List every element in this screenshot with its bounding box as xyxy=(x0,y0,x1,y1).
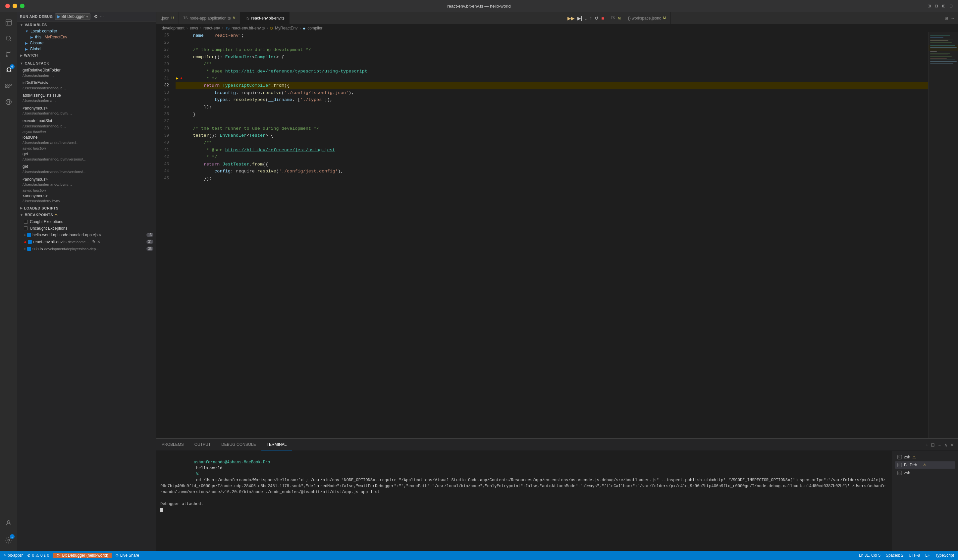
cs-item-1[interactable]: isDistDirExists /Users/ashanfernando/.b… xyxy=(17,79,156,92)
bc-development[interactable]: development xyxy=(162,26,184,30)
status-encoding[interactable]: UTF-8 xyxy=(909,553,920,558)
status-errors[interactable]: ⊗ 0 ⚠ 0 ℹ 0 xyxy=(27,553,49,558)
code-content[interactable]: name = 'react-env'; /* the compiler to u… xyxy=(173,32,928,438)
uncaught-exceptions-checkbox[interactable] xyxy=(24,226,28,230)
close-icon[interactable]: ✕ xyxy=(97,240,100,244)
panel-layout-icon[interactable]: ⊟ xyxy=(935,4,938,8)
split-editor-right-icon[interactable]: ⊞ xyxy=(945,16,948,21)
loaded-scripts-header[interactable]: ▶ LOADED SCRIPTS xyxy=(17,205,156,212)
code-line-34: types: resolveTypes(__dirname, ['./types… xyxy=(176,96,928,104)
svg-rect-18 xyxy=(930,44,947,44)
split-terminal-icon[interactable]: ⊟ xyxy=(931,442,935,448)
status-live-share[interactable]: ⟳ Live Share xyxy=(116,553,139,558)
continue-icon[interactable]: ▶| xyxy=(577,16,582,21)
closure-item[interactable]: ▶ Closure xyxy=(17,40,156,46)
layout-icon[interactable]: ⊡ xyxy=(949,4,953,8)
bc-method[interactable]: compiler xyxy=(308,26,322,30)
watch-section: ▶ WATCH xyxy=(17,52,156,60)
status-position[interactable]: Ln 31, Col 5 xyxy=(859,553,880,558)
minimize-button[interactable] xyxy=(13,4,17,8)
chevron-down-icon[interactable]: ▾ xyxy=(86,14,88,19)
split-editor-icon[interactable]: ⊞ xyxy=(928,4,931,8)
status-debug-item[interactable]: ⚙ Bit Debugger (hello-world) xyxy=(53,553,111,558)
cs-item-5[interactable]: loadOne /Users/ashanfernando/.bvm/versi… xyxy=(17,134,156,146)
status-eol[interactable]: LF xyxy=(925,553,930,558)
bc-react-env[interactable]: react-env xyxy=(203,26,220,30)
uncaught-exceptions-item[interactable]: Uncaught Exceptions xyxy=(17,225,156,232)
activity-item-account[interactable] xyxy=(1,515,17,531)
step-out-icon[interactable]: ↑ xyxy=(590,16,592,21)
cs-item-6[interactable]: get /Users/ashanfernando/.bvm/versions/… xyxy=(17,150,156,163)
bp-file-2-checkbox[interactable] xyxy=(27,247,31,251)
more-actions-icon[interactable]: ··· xyxy=(100,14,104,19)
maximize-button[interactable] xyxy=(20,4,24,8)
settings-gear-icon[interactable]: ⚙ xyxy=(94,14,98,19)
bp-file-2[interactable]: ● ssh.ts development/deployers/ssh-dep… … xyxy=(17,245,156,252)
activity-item-debug[interactable]: 6 xyxy=(1,62,17,78)
error-count: 0 xyxy=(32,553,34,558)
edit-icon[interactable]: ✎ xyxy=(92,239,96,244)
terminal-session-bit-debug[interactable]: Bit Deb… ⚠ xyxy=(895,461,955,469)
cs-item-7[interactable]: get /Users/ashanfernando/.bvm/versions/… xyxy=(17,163,156,176)
tab-debug-console[interactable]: DEBUG CONSOLE xyxy=(216,439,262,451)
breakpoints-header[interactable]: ▼ BREAKPOINTS ⚠ xyxy=(17,212,156,218)
debugger-select[interactable]: ▶ Bit Debugger ▾ xyxy=(55,13,90,20)
variables-header[interactable]: ▼ VARIABLES xyxy=(17,22,156,28)
status-branch[interactable]: ⑂ bit-apps* xyxy=(4,553,23,558)
bc-envs[interactable]: envs xyxy=(190,26,198,30)
caught-exceptions-checkbox[interactable] xyxy=(24,220,28,224)
terminal-session-zsh-1[interactable]: zsh ⚠ xyxy=(895,453,955,461)
bp-file-0[interactable]: ● hello-world-api.node-bundled-app.cjs a… xyxy=(17,232,156,238)
terminal-session-zsh-2[interactable]: zsh xyxy=(895,469,955,476)
activity-item-extensions[interactable] xyxy=(1,78,17,94)
terminal-main[interactable]: ashanfernando@Ashans-MacBook-Pro hello-w… xyxy=(156,451,892,551)
cs-item-3[interactable]: <anonymous> /Users/ashanfernando/.bvm/… xyxy=(17,104,156,117)
bp-file-0-checkbox[interactable] xyxy=(27,233,31,237)
tab-output[interactable]: OUTPUT xyxy=(189,439,216,451)
watch-header[interactable]: ▶ WATCH xyxy=(17,52,156,59)
activity-item-source-control[interactable] xyxy=(1,46,17,62)
caught-exceptions-item[interactable]: Caught Exceptions xyxy=(17,218,156,225)
call-stack-header[interactable]: ▼ CALL STACK xyxy=(17,60,156,66)
tab-json[interactable]: .json U xyxy=(156,12,179,24)
activity-item-remote[interactable] xyxy=(1,94,17,110)
bp-file-1[interactable]: ● react-env.bit-env.ts developme… ✎ ✕ 31 xyxy=(17,238,156,245)
activity-item-search[interactable] xyxy=(1,30,17,46)
closure-label: Closure xyxy=(30,41,43,45)
stop-icon[interactable]: ■ xyxy=(601,16,604,21)
cs-item-2[interactable]: addMissingDistsIssue /Users/ashanferna… xyxy=(17,92,156,104)
step-into-icon[interactable]: ↓ xyxy=(585,16,587,21)
more-tabs-icon[interactable]: ··· xyxy=(951,16,954,21)
close-panel-icon[interactable]: ✕ xyxy=(950,442,954,448)
bp-file-1-checkbox[interactable] xyxy=(28,240,32,244)
new-terminal-icon[interactable]: + xyxy=(926,442,928,448)
cs-item-4[interactable]: executeLoadSlot /Users/ashanfernando/.b… xyxy=(17,117,156,130)
global-item[interactable]: ▶ Global xyxy=(17,46,156,52)
local-chevron: ▼ xyxy=(25,30,29,33)
status-spaces[interactable]: Spaces: 2 xyxy=(886,553,903,558)
tab-node-app[interactable]: TS node-app.application.ts M xyxy=(179,12,241,24)
this-var-item[interactable]: ▶ this MyReactEnv xyxy=(17,34,156,40)
tab-terminal[interactable]: TERMINAL xyxy=(262,439,292,451)
sidebar-icon[interactable]: ⊞ xyxy=(942,4,945,8)
close-button[interactable] xyxy=(5,4,10,8)
activity-item-settings[interactable]: 1 xyxy=(1,532,17,548)
restart-icon[interactable]: ↺ xyxy=(595,16,599,21)
code-line-36: } xyxy=(176,111,928,118)
maximize-panel-icon[interactable]: ∧ xyxy=(944,442,947,448)
breadcrumb: development › envs › react-env › TS reac… xyxy=(156,24,958,32)
bc-file[interactable]: react-env.bit-env.ts xyxy=(232,26,265,30)
local-compiler-item[interactable]: ▼ Local: compiler xyxy=(17,28,156,34)
step-over-icon[interactable]: ▶▶ xyxy=(568,16,575,21)
panel-more-icon[interactable]: ··· xyxy=(937,442,941,448)
cs-item-0[interactable]: getRelativeDistFolder /Users/ashanfern… xyxy=(17,66,156,79)
cs-item-8[interactable]: <anonymous> /Users/ashanfernando/.bvm/… xyxy=(17,176,156,188)
status-language[interactable]: TypeScript xyxy=(935,553,954,558)
activity-item-explorer[interactable] xyxy=(1,14,17,30)
tab-problems[interactable]: PROBLEMS xyxy=(156,439,189,451)
tab-react-env[interactable]: TS react-env.bit-env.ts xyxy=(241,12,290,24)
tab-workspace[interactable]: {} workspace.jsonc M xyxy=(623,12,671,24)
cs-item-9[interactable]: <anonymous> /Users/ashanfern/.bvm/… xyxy=(17,192,156,205)
bc-class[interactable]: MyReactEnv xyxy=(275,26,297,30)
line-numbers: 25 26 27 28 29 30 31 32 33 34 35 36 37 3… xyxy=(156,32,173,438)
